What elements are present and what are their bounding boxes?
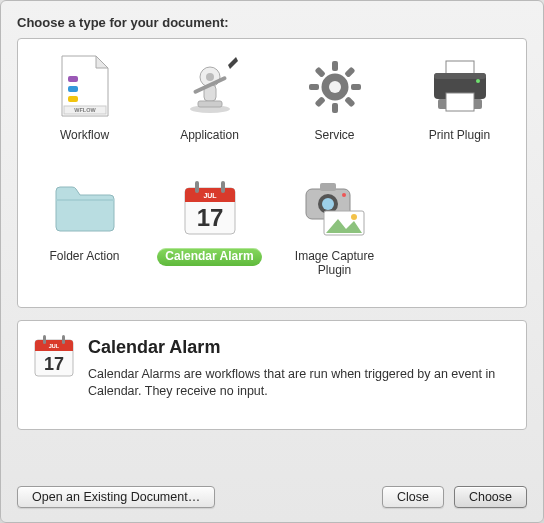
close-button[interactable]: Close (382, 486, 444, 508)
type-label: Folder Action (41, 248, 127, 266)
type-grid: WFLOW Workflow App (24, 45, 520, 297)
svg-rect-17 (309, 84, 319, 90)
type-label: Application (172, 127, 247, 145)
type-item-print-plugin[interactable]: Print Plugin (401, 45, 519, 145)
svg-rect-24 (446, 61, 474, 75)
svg-rect-15 (332, 61, 338, 71)
svg-rect-4 (68, 96, 78, 102)
new-document-sheet: Choose a type for your document: WFLOW W… (0, 0, 544, 523)
type-label: Image Capture Plugin (276, 248, 394, 280)
description-body: Calendar Alarms are workflows that are r… (88, 366, 512, 400)
type-item-folder-action[interactable]: Folder Action (26, 166, 144, 266)
svg-rect-13 (198, 101, 222, 107)
folder-icon (49, 172, 121, 244)
service-icon (299, 51, 371, 123)
prompt-text: Choose a type for your document: (17, 15, 527, 30)
svg-text:WFLOW: WFLOW (74, 107, 96, 113)
svg-rect-16 (332, 103, 338, 113)
svg-rect-26 (434, 73, 486, 79)
type-item-application[interactable]: Application (151, 45, 269, 145)
svg-point-41 (322, 198, 334, 210)
svg-rect-49 (43, 335, 46, 344)
type-label: Service (306, 127, 362, 145)
description-panel: JUL 17 Calendar Alarm Calendar Alarms ar… (17, 320, 527, 430)
open-existing-button[interactable]: Open an Existing Document… (17, 486, 215, 508)
svg-rect-19 (344, 66, 355, 77)
svg-text:JUL: JUL (203, 192, 217, 199)
type-item-workflow[interactable]: WFLOW Workflow (26, 45, 144, 145)
svg-rect-18 (351, 84, 361, 90)
type-label: Workflow (52, 127, 117, 145)
svg-text:17: 17 (196, 204, 223, 231)
svg-rect-39 (320, 183, 336, 191)
svg-rect-2 (68, 76, 78, 82)
svg-text:17: 17 (44, 354, 64, 374)
svg-point-45 (351, 214, 357, 220)
svg-marker-1 (96, 56, 108, 68)
svg-rect-29 (446, 93, 474, 111)
svg-rect-34 (195, 181, 199, 193)
svg-rect-3 (68, 86, 78, 92)
type-item-calendar-alarm[interactable]: JUL 17 Calendar Alarm (151, 166, 269, 266)
type-label: Print Plugin (421, 127, 498, 145)
svg-point-9 (206, 73, 214, 81)
calendar-icon: JUL 17 (174, 172, 246, 244)
button-row: Open an Existing Document… Close Choose (17, 486, 527, 508)
svg-rect-35 (221, 181, 225, 193)
application-icon (174, 51, 246, 123)
type-item-image-capture-plugin[interactable]: Image Capture Plugin (276, 166, 394, 280)
printer-icon (424, 51, 496, 123)
svg-point-23 (329, 81, 341, 93)
svg-rect-22 (344, 96, 355, 107)
document-type-picker: WFLOW Workflow App (17, 38, 527, 308)
svg-rect-30 (56, 199, 114, 201)
svg-rect-21 (314, 66, 325, 77)
svg-marker-12 (228, 57, 238, 69)
svg-text:JUL: JUL (49, 343, 60, 349)
svg-rect-20 (314, 96, 325, 107)
description-title: Calendar Alarm (88, 337, 512, 358)
description-icon: JUL 17 (32, 333, 76, 415)
choose-button[interactable]: Choose (454, 486, 527, 508)
svg-rect-50 (62, 335, 65, 344)
svg-point-27 (476, 79, 480, 83)
image-capture-icon (299, 172, 371, 244)
type-item-service[interactable]: Service (276, 45, 394, 145)
svg-point-42 (342, 193, 346, 197)
workflow-icon: WFLOW (49, 51, 121, 123)
type-label: Calendar Alarm (157, 248, 261, 266)
